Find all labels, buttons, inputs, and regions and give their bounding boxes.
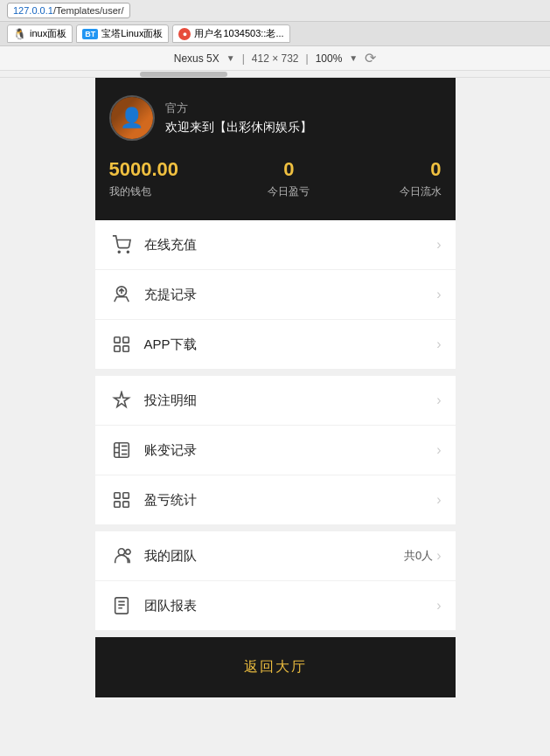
app-label: APP下载 [144,336,437,353]
flow-value: 0 [400,158,442,181]
team-right: 共0人 › [404,548,442,564]
device-name-label: Nexus 5X [174,52,219,65]
wallet-label: 我的钱包 [109,184,179,199]
team-icon [109,544,134,568]
team-badge: 共0人 [404,548,433,564]
svg-point-13 [125,550,130,555]
device-dropdown-arrow[interactable]: ▼ [226,53,235,63]
menu-item-report[interactable]: 团队报表 › [95,581,456,630]
records-icon [109,282,134,307]
menu-item-app[interactable]: APP下载 › [95,320,456,369]
menu-item-stats[interactable]: 盈亏统计 › [95,475,456,524]
profit-value: 0 [268,158,310,181]
svg-rect-14 [115,598,128,614]
bt-icon: BT [82,29,98,39]
bets-chevron: › [436,392,441,408]
scroll-area [0,71,550,78]
app-right: › [436,336,441,352]
tab-linux-label: inux面板 [30,27,66,40]
avatar-image: 👤 [111,97,153,139]
device-width: 412 [252,52,269,65]
svg-rect-6 [122,346,128,351]
svg-point-0 [118,251,120,253]
svg-point-1 [127,251,129,253]
account-chevron: › [436,442,441,458]
zoom-dropdown-arrow[interactable]: ▼ [349,53,358,63]
profile-info: 官方 欢迎来到【出彩休闲娱乐】 [165,101,312,135]
stats-right: › [436,492,441,508]
menu-item-account[interactable]: 账变记录 › [95,426,456,475]
phone-viewport: 👤 官方 欢迎来到【出彩休闲娱乐】 5000.00 我的钱包 0 今日盈亏 0 [0,78,550,697]
menu-item-team[interactable]: 我的团队 共0人 › [95,531,456,581]
address-highlight: 127.0.0.1 [13,5,53,16]
team-chevron: › [436,548,441,564]
account-right: › [436,442,441,458]
tab-bar: 🐧 inux面板 BT 宝塔Linux面板 ● 用户名1034503::老... [0,22,550,46]
svg-rect-4 [122,337,128,343]
account-label: 账变记录 [144,442,437,459]
bets-label: 投注明细 [144,392,437,409]
recharge-label: 在线充值 [144,237,437,253]
device-dims: 412 × 732 [252,52,299,65]
phone-content: 👤 官方 欢迎来到【出彩休闲娱乐】 5000.00 我的钱包 0 今日盈亏 0 [95,78,456,697]
bottom-btn-area: 返回大厅 [95,637,456,697]
report-icon [109,593,134,618]
profile-top: 👤 官方 欢迎来到【出彩休闲娱乐】 [109,95,442,141]
stat-wallet: 5000.00 我的钱包 [109,158,179,199]
app-icon [109,332,134,357]
report-right: › [436,598,441,614]
account-icon [109,438,134,462]
tab-linux[interactable]: 🐧 inux面板 [7,24,73,43]
team-label: 我的团队 [144,548,404,565]
menu-item-records[interactable]: 充提记录 › [95,270,456,320]
rotate-icon[interactable]: ⟳ [365,50,376,66]
address-bar[interactable]: 127.0.0.1/Templates/user/ [7,3,130,18]
device-toolbar: Nexus 5X ▼ | 412 × 732 | 100% ▼ ⟳ [0,46,550,71]
browser-title-bar: 127.0.0.1/Templates/user/ [0,0,550,22]
stat-flow: 0 今日流水 [400,158,442,199]
app-chevron: › [436,336,441,352]
recharge-icon [109,232,134,257]
report-chevron: › [436,598,441,614]
profit-label: 今日盈亏 [268,184,310,199]
svg-rect-10 [114,502,119,507]
tab-user-label: 用户名1034503::老... [194,27,283,40]
bets-right: › [436,392,441,408]
tab-linux-icon: 🐧 [13,28,26,40]
address-path: /Templates/user/ [53,5,124,16]
tab-bt-label: 宝塔Linux面板 [101,27,163,40]
avatar: 👤 [109,95,155,141]
menu-item-recharge[interactable]: 在线充值 › [95,220,456,270]
stat-profit: 0 今日盈亏 [268,158,310,199]
menu-section-2: 投注明细 › 账变记录 › [95,376,456,524]
records-right: › [436,287,441,302]
tab-bt[interactable]: BT 宝塔Linux面板 [76,24,169,43]
svg-point-12 [118,549,124,555]
profile-label: 官方 [165,101,312,116]
bets-icon [109,388,134,413]
svg-rect-11 [122,502,128,507]
tab-user[interactable]: ● 用户名1034503::老... [172,24,289,43]
recharge-right: › [436,237,441,253]
tab-circle-icon: ● [178,28,191,40]
svg-rect-3 [114,337,119,343]
menu-section-3: 我的团队 共0人 › 团队报表 › [95,531,456,630]
svg-rect-9 [122,493,128,498]
scroll-thumb[interactable] [140,72,227,77]
stats-chevron: › [436,492,441,508]
return-btn[interactable]: 返回大厅 [109,648,442,687]
records-label: 充提记录 [144,287,437,303]
profile-welcome: 欢迎来到【出彩休闲娱乐】 [165,120,312,135]
menu-section-1: 在线充值 › 充提记录 › [95,220,456,369]
recharge-chevron: › [436,237,441,253]
device-height: 732 [282,52,299,65]
stats-row: 5000.00 我的钱包 0 今日盈亏 0 今日流水 [109,158,442,199]
svg-rect-5 [114,346,119,351]
device-zoom: 100% [316,52,343,65]
stats-label: 盈亏统计 [144,492,437,509]
flow-label: 今日流水 [400,184,442,199]
profile-header: 👤 官方 欢迎来到【出彩休闲娱乐】 5000.00 我的钱包 0 今日盈亏 0 [95,78,456,220]
menu-item-bets[interactable]: 投注明细 › [95,376,456,426]
records-chevron: › [436,287,441,302]
stats-icon [109,488,134,512]
